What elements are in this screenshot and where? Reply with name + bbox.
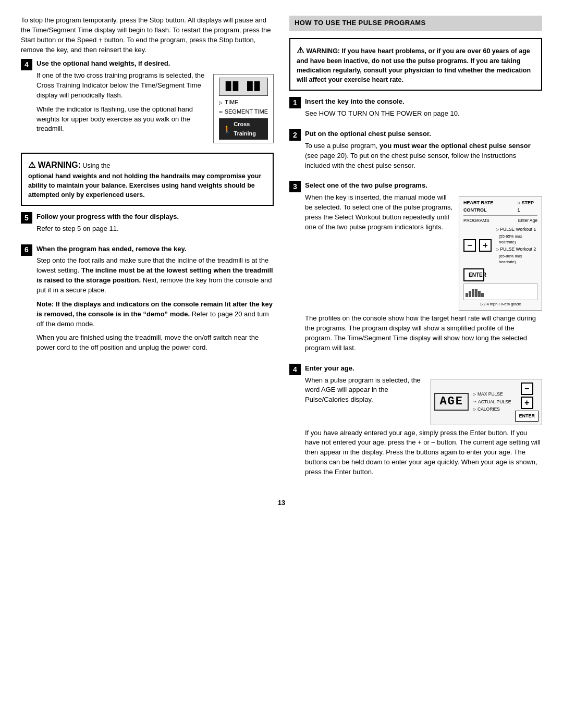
left-column: To stop the program temporarily, press t… — [21, 16, 274, 488]
step-6-remove-key: 6 When the program has ended, remove the… — [21, 244, 274, 357]
pulse-step-4-title: Enter your age. — [305, 364, 542, 374]
step-6-note: Note: If the displays and indicators on … — [36, 300, 274, 329]
enter-button[interactable]: ENTER — [463, 268, 484, 281]
pulse1-detail: (55-65% max heartrate) — [495, 233, 537, 245]
step-4-title: Use the optional hand weights, if desire… — [36, 59, 274, 69]
pulse-programs-section-header: HOW TO USE THE PULSE PROGRAMS — [289, 16, 542, 31]
step-6-number: 6 — [21, 244, 32, 256]
actual-pulse-label: ACTUAL PULSE — [478, 398, 511, 405]
pulse-step-4-enter-age: 4 Enter your age. AGE ▷MAX PULSE ⇒ACTUAL… — [289, 364, 542, 482]
pulse-step-3-body3: The profiles on the console show how the… — [305, 314, 542, 353]
enter-age-label: Enter Age — [518, 217, 537, 224]
pulse-step-3-select-program: 3 Select one of the two pulse programs. … — [289, 181, 542, 357]
pulse2-label: PULSE Workout 2 — [500, 246, 536, 252]
training-label: Training — [234, 130, 256, 137]
step-4-use-weights: 4 Use the optional hand weights, if desi… — [21, 59, 274, 146]
pulse-step-2-content: Put on the optional chest pulse sensor. … — [305, 129, 542, 175]
pulse-step-4-number: 4 — [289, 364, 301, 375]
warning-pulse-programs: ⚠ WARNING: If you have heart problems, o… — [289, 38, 542, 91]
programs-label: PROGRAMS — [463, 217, 489, 224]
age-minus-button[interactable]: − — [521, 382, 533, 395]
age-digits: AGE — [434, 393, 469, 411]
pulse-step-1-insert-key: 1 Insert the key into the console. See H… — [289, 97, 542, 123]
pulse-step-3-title: Select one of the two pulse programs. — [305, 181, 542, 191]
step-6-title: When the program has ended, remove the k… — [36, 244, 274, 254]
time-arrow-icon: ▷ — [219, 99, 223, 106]
warning2-title: WARNING: — [306, 47, 340, 55]
pulse-step-1-content: Insert the key into the console. See HOW… — [305, 97, 542, 123]
pulse1-profile-chart — [466, 287, 535, 297]
pulse-step-3-content: Select one of the two pulse programs. HE… — [305, 181, 542, 357]
step-6-content: When the program has ended, remove the k… — [36, 244, 274, 357]
pulse-step-4-content: Enter your age. AGE ▷MAX PULSE ⇒ACTUAL P… — [305, 364, 542, 482]
step-5-content: Follow your progress with the four displ… — [36, 212, 274, 238]
page-number: 13 — [21, 498, 542, 508]
step1-label: STEP 1 — [518, 200, 534, 213]
pulse-step-2-title: Put on the optional chest pulse sensor. — [305, 129, 542, 139]
pulse1-label: PULSE Workout 1 — [500, 227, 536, 232]
calories-arrow-icon: ▷ — [473, 406, 476, 413]
pulse-step-2-chest-sensor: 2 Put on the optional chest pulse sensor… — [289, 129, 542, 175]
age-plus-button[interactable]: + — [521, 397, 533, 409]
cross-training-person-icon: 🚶 — [223, 124, 231, 135]
pulse-step-1-number: 1 — [289, 97, 301, 108]
warning1-title-icon: ⚠ WARNING: — [28, 161, 81, 169]
pulse-step-4-body2: If you have already entered your age, si… — [305, 428, 542, 477]
step-6-body3: When you are finished using the treadmil… — [36, 333, 274, 353]
pulse-step-2-body: To use a pulse program, you must wear th… — [305, 141, 542, 171]
minus-button[interactable]: − — [463, 239, 476, 252]
time-label: TIME — [225, 98, 238, 107]
seg-line-icon: ═ — [219, 108, 222, 115]
age-display-panel: AGE ▷MAX PULSE ⇒ACTUAL PULSE ▷CALORIES −… — [431, 379, 542, 425]
actual-pulse-arrow-icon: ⇒ — [473, 398, 476, 405]
max-pulse-label: MAX PULSE — [478, 390, 503, 398]
pulse-step-3-number: 3 — [289, 181, 301, 192]
warning2-title-icon: ⚠ — [297, 46, 306, 55]
seg-label: SEGMENT TIME — [225, 107, 268, 117]
intro-paragraph: To stop the program temporarily, press t… — [21, 16, 274, 55]
pulse-step-2-number: 2 — [289, 129, 301, 141]
pulse2-detail: (65-80% max heartrate) — [495, 253, 537, 265]
cross-training-indicator-image: ██ ██ ▷ TIME ═ SEGMENT TIME 🚶 Cr — [213, 74, 274, 143]
right-column: HOW TO USE THE PULSE PROGRAMS ⚠ WARNING:… — [289, 16, 542, 488]
warning1-subtitle: Using the — [83, 162, 111, 169]
step-5-number: 5 — [21, 212, 32, 224]
plus-button[interactable]: + — [479, 239, 492, 252]
warning1-body: optional hand weights and not holding th… — [28, 172, 261, 199]
pulse-step-1-title: Insert the key into the console. — [305, 97, 542, 107]
heart-rate-control-label: HEART RATE CONTROL — [463, 200, 518, 214]
step-5-title: Follow your progress with the four displ… — [36, 212, 274, 222]
step-5-body: Refer to step 5 on page 11. — [36, 224, 274, 234]
pulse-console-panel: HEART RATE CONTROL ○ STEP 1 PROGRAMS Ent… — [459, 196, 542, 311]
step-6-body1: Step onto the foot rails and make sure t… — [36, 256, 274, 295]
step-5-follow-progress: 5 Follow your progress with the four dis… — [21, 212, 274, 238]
age-enter-button[interactable]: ENTER — [515, 411, 538, 422]
step-4-number: 4 — [21, 59, 32, 70]
pulse-step-1-body: See HOW TO TURN ON THE POWER on page 10. — [305, 109, 542, 119]
cross-label: Cross — [234, 121, 250, 127]
calories-label: CALORIES — [478, 405, 500, 413]
speed-label: 1-2.4 mph / 0-6% grade — [463, 301, 537, 307]
warning-hand-weights: ⚠ WARNING: Using the optional hand weigh… — [21, 153, 274, 206]
step-4-content: Use the optional hand weights, if desire… — [36, 59, 274, 146]
max-pulse-arrow-icon: ▷ — [473, 391, 476, 398]
